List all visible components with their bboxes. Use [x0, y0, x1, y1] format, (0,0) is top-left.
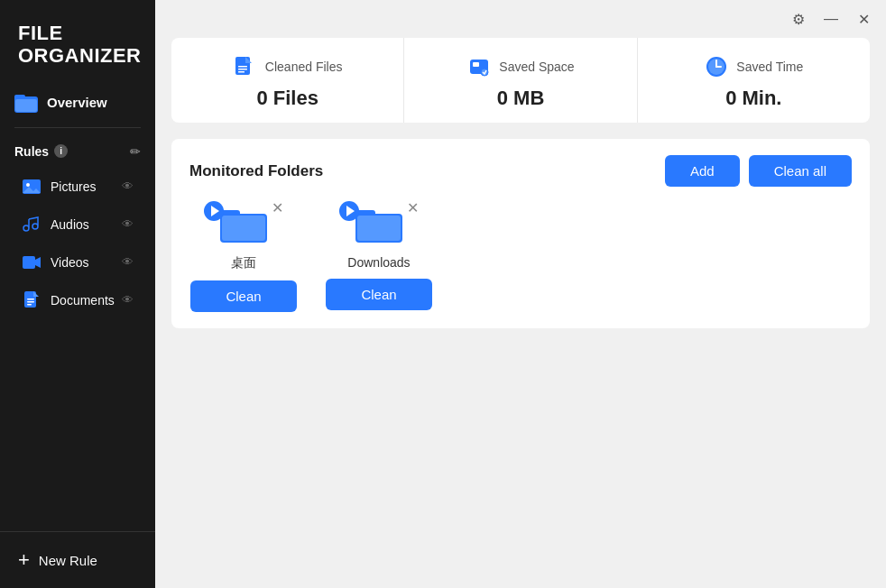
documents-label: Documents [51, 293, 115, 308]
svg-rect-11 [27, 301, 34, 303]
svg-marker-7 [35, 257, 41, 268]
saved-time-value: 0 Min. [725, 87, 781, 110]
sidebar-item-audios[interactable]: Audios 👁 [7, 207, 148, 243]
svg-rect-19 [473, 62, 479, 67]
overview-label: Overview [47, 95, 107, 110]
info-icon: i [54, 144, 68, 158]
close-folder-desktop[interactable]: ✕ [272, 201, 283, 216]
documents-icon [22, 290, 42, 310]
edit-icon[interactable]: ✏ [130, 144, 141, 159]
svg-rect-6 [23, 256, 35, 269]
clean-button-desktop[interactable]: Clean [190, 280, 297, 312]
clean-button-downloads[interactable]: Clean [326, 279, 432, 310]
svg-rect-16 [238, 69, 247, 70]
videos-label: Videos [51, 255, 89, 270]
svg-rect-27 [222, 216, 265, 241]
close-button[interactable]: ✕ [854, 9, 873, 29]
svg-rect-15 [238, 66, 247, 68]
main-content: ⚙ — ✕ Cleaned Files 0 Files [155, 0, 886, 588]
sidebar-footer: + New Rule [0, 531, 155, 588]
videos-icon [22, 253, 42, 272]
folder-name-downloads: Downloads [347, 255, 410, 270]
stat-saved-time: Saved Time 0 Min. [638, 38, 870, 123]
folder-card-downloads: ✕ Downloads Clean [325, 205, 433, 312]
play-button-desktop[interactable] [204, 201, 224, 221]
svg-rect-12 [27, 304, 32, 306]
close-folder-downloads[interactable]: ✕ [407, 201, 419, 216]
saved-space-icon [466, 54, 492, 79]
minimize-button[interactable]: — [821, 9, 841, 29]
sidebar-divider [14, 127, 141, 128]
monitored-title: Monitored Folders [189, 162, 323, 180]
folder-name-desktop: 桌面 [231, 255, 256, 271]
saved-time-icon [704, 54, 729, 79]
folder-card-desktop: ✕ 桌面 Clean [189, 205, 298, 312]
app-logo: FILEORGANIZER [0, 0, 155, 82]
stat-saved-space: Saved Space 0 MB [404, 38, 637, 123]
stats-bar: Cleaned Files 0 Files Saved Space 0 MB [171, 38, 870, 123]
cleaned-files-icon [233, 54, 258, 79]
app-title: FILEORGANIZER [18, 22, 137, 68]
stat-cleaned-files: Cleaned Files 0 Files [171, 38, 404, 123]
monitored-header: Monitored Folders Add Clean all [189, 155, 852, 187]
saved-time-label: Saved Time [736, 60, 803, 74]
folder-icon-desktop [220, 205, 267, 248]
play-button-downloads[interactable] [339, 201, 359, 221]
sidebar-item-videos[interactable]: Videos 👁 [7, 244, 148, 280]
cleaned-files-value: 0 Files [256, 87, 318, 110]
audios-label: Audios [51, 217, 89, 232]
monitored-folders-section: Monitored Folders Add Clean all [171, 139, 870, 328]
settings-button[interactable]: ⚙ [789, 9, 808, 29]
new-rule-button[interactable]: + New Rule [0, 532, 155, 588]
eye-icon-documents[interactable]: 👁 [122, 293, 134, 307]
saved-space-value: 0 MB [497, 87, 545, 110]
play-icon-downloads [346, 206, 355, 216]
svg-point-4 [26, 183, 30, 187]
svg-rect-10 [27, 299, 34, 300]
svg-rect-2 [15, 99, 37, 112]
new-rule-label: New Rule [39, 553, 97, 568]
eye-icon-audios[interactable]: 👁 [122, 217, 134, 231]
saved-space-label: Saved Space [499, 60, 574, 74]
folder-icon-downloads [355, 205, 402, 248]
pictures-label: Pictures [51, 179, 97, 194]
sidebar-item-overview[interactable]: Overview [0, 82, 155, 127]
cleaned-files-label: Cleaned Files [265, 60, 343, 74]
folder-icon [14, 91, 38, 115]
pictures-icon [22, 177, 42, 197]
sidebar: FILEORGANIZER Overview Rules i ✏ [0, 0, 155, 588]
play-icon [211, 206, 219, 216]
monitored-actions: Add Clean all [665, 155, 852, 187]
clean-all-button[interactable]: Clean all [749, 155, 852, 187]
eye-icon-pictures[interactable]: 👁 [122, 179, 134, 193]
add-folder-button[interactable]: Add [665, 155, 740, 187]
rules-title: Rules i [14, 144, 68, 159]
plus-icon: + [18, 548, 30, 572]
svg-rect-30 [357, 216, 401, 241]
sidebar-item-pictures[interactable]: Pictures 👁 [7, 169, 148, 205]
svg-rect-17 [238, 71, 245, 73]
audios-icon [22, 215, 42, 234]
titlebar: ⚙ — ✕ [155, 0, 886, 38]
folders-container: ✕ 桌面 Clean ✕ [189, 205, 852, 312]
sidebar-item-documents[interactable]: Documents 👁 [7, 282, 148, 318]
eye-icon-videos[interactable]: 👁 [122, 255, 134, 269]
rules-section-header: Rules i ✏ [0, 139, 155, 168]
